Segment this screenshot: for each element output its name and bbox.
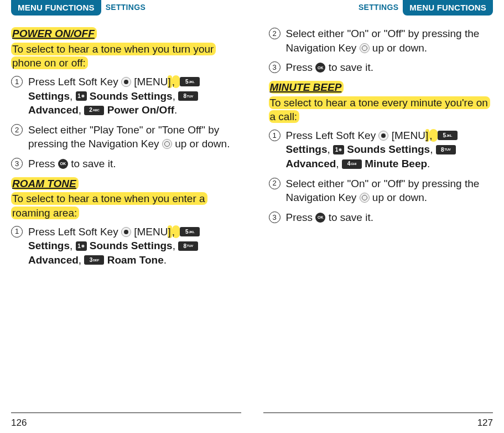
steps-power-on-off: 1 Press Left Soft Key [MENU], 5JKL Setti… xyxy=(11,75,236,171)
key-8-icon: 8TUV xyxy=(178,91,198,101)
nav-key-icon xyxy=(360,193,370,203)
ok-key-icon: OK xyxy=(315,213,325,223)
crumb-settings: SETTINGS xyxy=(106,0,146,12)
heading-power-on-off: POWER ON/OFF xyxy=(11,27,236,41)
step-number-icon: 2 xyxy=(11,124,23,136)
nav-key-icon xyxy=(162,139,172,149)
ok-key-icon: OK xyxy=(58,159,68,169)
step-body: Press Left Soft Key [MENU], 5JKL Setting… xyxy=(28,225,236,267)
step-number-icon: 3 xyxy=(269,61,280,73)
header-right: SETTINGS MENU FUNCTIONS xyxy=(269,0,493,17)
page-right: SETTINGS MENU FUNCTIONS 2 Select either … xyxy=(252,0,505,433)
footer-right: 127 xyxy=(263,413,493,429)
header-left: MENU FUNCTIONS SETTINGS xyxy=(11,0,236,17)
key-8-icon: 8TUV xyxy=(436,145,456,154)
footer-left: 126 xyxy=(11,413,241,429)
step-body: Press OK to save it. xyxy=(28,157,236,171)
step-number-icon: 3 xyxy=(269,212,280,223)
content-left: POWER ON/OFF To select to hear a tone wh… xyxy=(11,27,236,433)
manual-spread: MENU FUNCTIONS SETTINGS POWER ON/OFF To … xyxy=(0,0,504,433)
tab-menu-functions: MENU FUNCTIONS xyxy=(403,0,493,16)
desc-power-on-off: To select to hear a tone when you turn y… xyxy=(11,42,236,70)
key-4-icon: 4GHI xyxy=(342,159,362,169)
step-number-icon: 3 xyxy=(11,158,23,169)
step-body: Select either "On" or "Off" by pressing … xyxy=(286,177,493,205)
section-minute-beep: MINUTE BEEP To select to hear a tone eve… xyxy=(269,80,493,225)
step-number-icon: 2 xyxy=(269,28,280,39)
step-roam-2: 2 Select either "On" or "Off" by pressin… xyxy=(269,27,493,55)
soft-key-icon xyxy=(378,131,388,141)
step-body: Press OK to save it. xyxy=(286,60,493,75)
crumb-settings: SETTINGS xyxy=(358,0,398,12)
soft-key-icon xyxy=(121,77,131,87)
step-roam-1: 1 Press Left Soft Key [MENU], 5JKL Setti… xyxy=(11,225,236,267)
key-2-icon: 2ABC xyxy=(84,106,104,115)
steps-roam-tone-cont: 2 Select either "On" or "Off" by pressin… xyxy=(269,27,493,75)
section-roam-tone: ROAM TONE To select to hear a tone when … xyxy=(11,177,236,267)
key-5-icon: 5JKL xyxy=(180,77,200,86)
key-5-icon: 5JKL xyxy=(180,227,200,236)
step-body: Select either "Play Tone" or "Tone Off" … xyxy=(28,123,236,151)
key-1-icon: 1✱ xyxy=(76,241,87,251)
step-number-icon: 1 xyxy=(11,226,23,238)
key-1-icon: 1✱ xyxy=(333,145,344,154)
nav-key-icon xyxy=(360,43,370,53)
steps-roam-tone: 1 Press Left Soft Key [MENU], 5JKL Setti… xyxy=(11,225,236,267)
step-power-1: 1 Press Left Soft Key [MENU], 5JKL Setti… xyxy=(11,75,236,117)
ok-key-icon: OK xyxy=(315,63,325,73)
soft-key-icon xyxy=(121,227,131,237)
key-8-icon: 8TUV xyxy=(178,241,198,251)
step-roam-3: 3 Press OK to save it. xyxy=(269,60,493,75)
tab-menu-functions: MENU FUNCTIONS xyxy=(11,0,101,16)
step-minute-1: 1 Press Left Soft Key [MENU], 5JKL Setti… xyxy=(269,128,493,171)
step-body: Select either "On" or "Off" by pressing … xyxy=(286,27,493,55)
desc-minute-beep: To select to hear a tone every minute yo… xyxy=(269,96,493,124)
page-number: 126 xyxy=(11,417,27,429)
heading-roam-tone: ROAM TONE xyxy=(11,177,236,191)
step-power-3: 3 Press OK to save it. xyxy=(11,157,236,171)
section-power-on-off: POWER ON/OFF To select to hear a tone wh… xyxy=(11,27,236,171)
step-body: Press OK to save it. xyxy=(286,210,493,225)
step-minute-3: 3 Press OK to save it. xyxy=(269,210,493,225)
page-number: 127 xyxy=(477,417,493,429)
step-body: Press Left Soft Key [MENU], 5JKL Setting… xyxy=(286,128,493,171)
desc-roam-tone: To select to hear a tone when you enter … xyxy=(11,192,236,220)
step-power-2: 2 Select either "Play Tone" or "Tone Off… xyxy=(11,123,236,151)
step-number-icon: 2 xyxy=(269,178,280,189)
page-left: MENU FUNCTIONS SETTINGS POWER ON/OFF To … xyxy=(0,0,252,433)
key-3-icon: 3DEF xyxy=(84,255,104,265)
step-number-icon: 1 xyxy=(11,76,23,87)
key-1-icon: 1✱ xyxy=(76,91,87,101)
steps-minute-beep: 1 Press Left Soft Key [MENU], 5JKL Setti… xyxy=(269,128,493,225)
step-number-icon: 1 xyxy=(269,130,280,141)
key-5-icon: 5JKL xyxy=(438,131,458,140)
step-body: Press Left Soft Key [MENU], 5JKL Setting… xyxy=(28,75,236,117)
content-right: 2 Select either "On" or "Off" by pressin… xyxy=(269,27,493,433)
heading-minute-beep: MINUTE BEEP xyxy=(269,80,493,95)
step-minute-2: 2 Select either "On" or "Off" by pressin… xyxy=(269,177,493,205)
